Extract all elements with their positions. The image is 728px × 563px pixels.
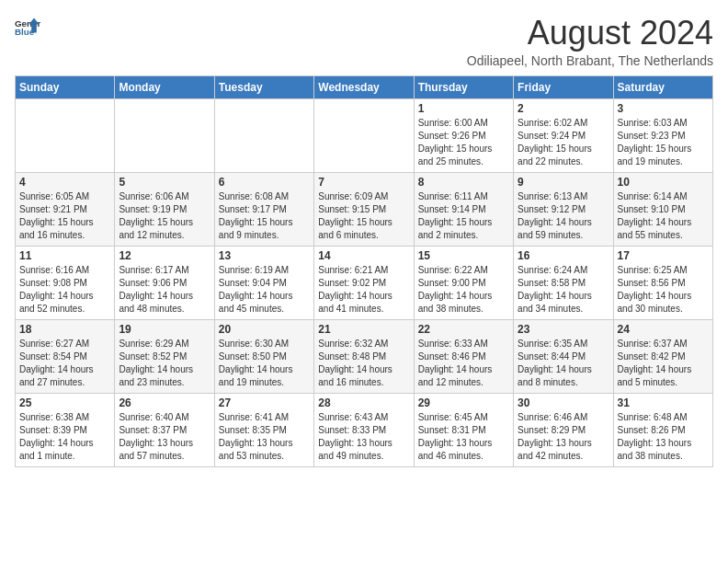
calendar-row: 18Sunrise: 6:27 AM Sunset: 8:54 PM Dayli… xyxy=(16,319,713,393)
table-row xyxy=(314,98,414,172)
header-monday: Monday xyxy=(115,75,214,98)
day-number: 15 xyxy=(418,249,509,262)
day-number: 5 xyxy=(119,176,210,189)
calendar-row: 4Sunrise: 6:05 AM Sunset: 9:21 PM Daylig… xyxy=(16,172,713,246)
day-number: 17 xyxy=(618,249,709,262)
day-info: Sunrise: 6:32 AM Sunset: 8:48 PM Dayligh… xyxy=(318,338,409,389)
logo-icon: General Blue xyxy=(15,15,40,40)
day-info: Sunrise: 6:02 AM Sunset: 9:24 PM Dayligh… xyxy=(518,117,609,168)
day-info: Sunrise: 6:48 AM Sunset: 8:26 PM Dayligh… xyxy=(618,411,709,463)
day-info: Sunrise: 6:30 AM Sunset: 8:50 PM Dayligh… xyxy=(219,338,310,389)
calendar-row: 25Sunrise: 6:38 AM Sunset: 8:39 PM Dayli… xyxy=(16,393,713,466)
table-row: 29Sunrise: 6:45 AM Sunset: 8:31 PM Dayli… xyxy=(414,393,513,466)
day-info: Sunrise: 6:17 AM Sunset: 9:06 PM Dayligh… xyxy=(119,264,210,316)
calendar-header-row: Sunday Monday Tuesday Wednesday Thursday… xyxy=(16,75,713,98)
table-row: 8Sunrise: 6:11 AM Sunset: 9:14 PM Daylig… xyxy=(414,172,513,246)
day-number: 10 xyxy=(618,176,709,189)
table-row: 22Sunrise: 6:33 AM Sunset: 8:46 PM Dayli… xyxy=(414,319,513,393)
table-row: 16Sunrise: 6:24 AM Sunset: 8:58 PM Dayli… xyxy=(514,246,613,319)
day-info: Sunrise: 6:29 AM Sunset: 8:52 PM Dayligh… xyxy=(119,338,210,389)
day-number: 3 xyxy=(618,102,709,115)
location-title: Odiliapeel, North Brabant, The Netherlan… xyxy=(467,53,713,68)
day-info: Sunrise: 6:14 AM Sunset: 9:10 PM Dayligh… xyxy=(618,190,709,242)
day-info: Sunrise: 6:06 AM Sunset: 9:19 PM Dayligh… xyxy=(119,190,210,242)
table-row: 13Sunrise: 6:19 AM Sunset: 9:04 PM Dayli… xyxy=(214,246,313,319)
day-number: 7 xyxy=(318,176,409,189)
day-info: Sunrise: 6:46 AM Sunset: 8:29 PM Dayligh… xyxy=(518,411,609,463)
table-row: 15Sunrise: 6:22 AM Sunset: 9:00 PM Dayli… xyxy=(414,246,513,319)
logo: General Blue xyxy=(15,15,40,40)
day-number: 19 xyxy=(119,323,210,336)
table-row: 3Sunrise: 6:03 AM Sunset: 9:23 PM Daylig… xyxy=(613,98,712,172)
header-friday: Friday xyxy=(514,75,613,98)
table-row xyxy=(214,98,313,172)
day-number: 12 xyxy=(119,249,210,262)
day-info: Sunrise: 6:24 AM Sunset: 8:58 PM Dayligh… xyxy=(518,264,609,316)
day-number: 1 xyxy=(418,102,509,115)
calendar-table: Sunday Monday Tuesday Wednesday Thursday… xyxy=(15,75,713,467)
day-number: 23 xyxy=(518,323,609,336)
header-thursday: Thursday xyxy=(414,75,513,98)
day-info: Sunrise: 6:40 AM Sunset: 8:37 PM Dayligh… xyxy=(119,411,210,463)
table-row: 30Sunrise: 6:46 AM Sunset: 8:29 PM Dayli… xyxy=(514,393,613,466)
day-number: 31 xyxy=(618,396,709,409)
day-info: Sunrise: 6:25 AM Sunset: 8:56 PM Dayligh… xyxy=(618,264,709,316)
table-row: 24Sunrise: 6:37 AM Sunset: 8:42 PM Dayli… xyxy=(613,319,712,393)
day-info: Sunrise: 6:16 AM Sunset: 9:08 PM Dayligh… xyxy=(19,264,110,316)
day-info: Sunrise: 6:35 AM Sunset: 8:44 PM Dayligh… xyxy=(518,338,609,389)
table-row: 14Sunrise: 6:21 AM Sunset: 9:02 PM Dayli… xyxy=(314,246,414,319)
table-row: 31Sunrise: 6:48 AM Sunset: 8:26 PM Dayli… xyxy=(613,393,712,466)
header-saturday: Saturday xyxy=(613,75,712,98)
day-info: Sunrise: 6:00 AM Sunset: 9:26 PM Dayligh… xyxy=(418,117,509,168)
day-number: 20 xyxy=(219,323,310,336)
table-row: 5Sunrise: 6:06 AM Sunset: 9:19 PM Daylig… xyxy=(115,172,214,246)
header-tuesday: Tuesday xyxy=(214,75,313,98)
table-row xyxy=(115,98,214,172)
day-number: 16 xyxy=(518,249,609,262)
table-row xyxy=(16,98,115,172)
day-number: 29 xyxy=(418,396,509,409)
calendar-row: 11Sunrise: 6:16 AM Sunset: 9:08 PM Dayli… xyxy=(16,246,713,319)
day-number: 30 xyxy=(518,396,609,409)
day-info: Sunrise: 6:38 AM Sunset: 8:39 PM Dayligh… xyxy=(19,411,110,463)
table-row: 19Sunrise: 6:29 AM Sunset: 8:52 PM Dayli… xyxy=(115,319,214,393)
table-row: 23Sunrise: 6:35 AM Sunset: 8:44 PM Dayli… xyxy=(514,319,613,393)
day-info: Sunrise: 6:41 AM Sunset: 8:35 PM Dayligh… xyxy=(219,411,310,463)
day-info: Sunrise: 6:22 AM Sunset: 9:00 PM Dayligh… xyxy=(418,264,509,316)
table-row: 25Sunrise: 6:38 AM Sunset: 8:39 PM Dayli… xyxy=(16,393,115,466)
day-info: Sunrise: 6:37 AM Sunset: 8:42 PM Dayligh… xyxy=(618,338,709,389)
table-row: 9Sunrise: 6:13 AM Sunset: 9:12 PM Daylig… xyxy=(514,172,613,246)
table-row: 6Sunrise: 6:08 AM Sunset: 9:17 PM Daylig… xyxy=(214,172,313,246)
header-wednesday: Wednesday xyxy=(314,75,414,98)
day-number: 22 xyxy=(418,323,509,336)
day-number: 26 xyxy=(119,396,210,409)
table-row: 12Sunrise: 6:17 AM Sunset: 9:06 PM Dayli… xyxy=(115,246,214,319)
day-number: 27 xyxy=(219,396,310,409)
day-number: 2 xyxy=(518,102,609,115)
day-info: Sunrise: 6:45 AM Sunset: 8:31 PM Dayligh… xyxy=(418,411,509,463)
day-info: Sunrise: 6:08 AM Sunset: 9:17 PM Dayligh… xyxy=(219,190,310,242)
table-row: 4Sunrise: 6:05 AM Sunset: 9:21 PM Daylig… xyxy=(16,172,115,246)
table-row: 26Sunrise: 6:40 AM Sunset: 8:37 PM Dayli… xyxy=(115,393,214,466)
day-number: 13 xyxy=(219,249,310,262)
day-info: Sunrise: 6:21 AM Sunset: 9:02 PM Dayligh… xyxy=(318,264,409,316)
day-info: Sunrise: 6:43 AM Sunset: 8:33 PM Dayligh… xyxy=(318,411,409,463)
day-number: 21 xyxy=(318,323,409,336)
day-number: 25 xyxy=(19,396,110,409)
day-number: 9 xyxy=(518,176,609,189)
day-number: 18 xyxy=(19,323,110,336)
table-row: 21Sunrise: 6:32 AM Sunset: 8:48 PM Dayli… xyxy=(314,319,414,393)
day-number: 4 xyxy=(19,176,110,189)
table-row: 10Sunrise: 6:14 AM Sunset: 9:10 PM Dayli… xyxy=(613,172,712,246)
table-row: 11Sunrise: 6:16 AM Sunset: 9:08 PM Dayli… xyxy=(16,246,115,319)
day-info: Sunrise: 6:27 AM Sunset: 8:54 PM Dayligh… xyxy=(19,338,110,389)
header: General Blue August 2024 Odiliapeel, Nor… xyxy=(15,15,713,68)
day-number: 24 xyxy=(618,323,709,336)
day-info: Sunrise: 6:33 AM Sunset: 8:46 PM Dayligh… xyxy=(418,338,509,389)
table-row: 18Sunrise: 6:27 AM Sunset: 8:54 PM Dayli… xyxy=(16,319,115,393)
table-row: 1Sunrise: 6:00 AM Sunset: 9:26 PM Daylig… xyxy=(414,98,513,172)
table-row: 20Sunrise: 6:30 AM Sunset: 8:50 PM Dayli… xyxy=(214,319,313,393)
title-section: August 2024 Odiliapeel, North Brabant, T… xyxy=(467,15,713,68)
day-number: 11 xyxy=(19,249,110,262)
day-number: 6 xyxy=(219,176,310,189)
